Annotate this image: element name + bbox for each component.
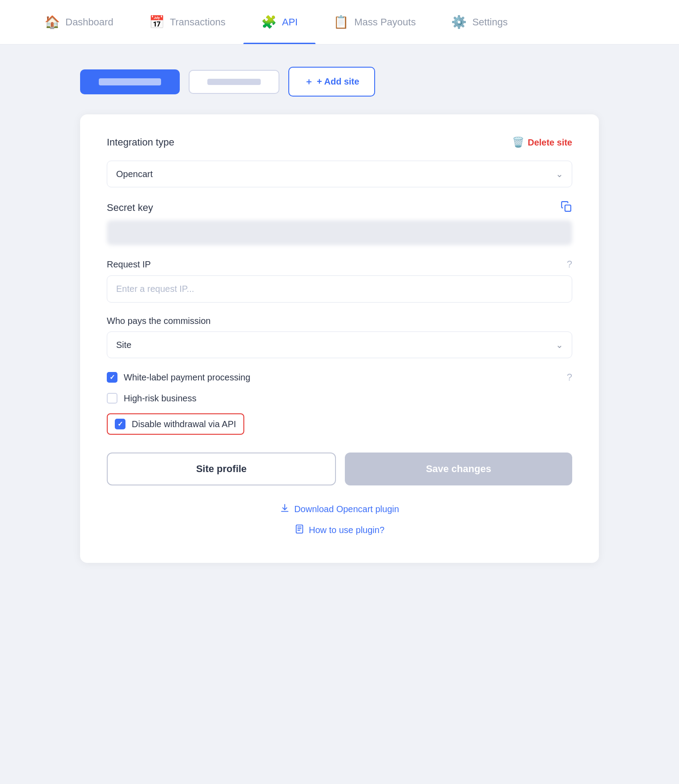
delete-site-label: Delete site [528,137,572,148]
action-buttons: Site profile Save changes [107,453,572,485]
svg-rect-0 [565,205,571,211]
nav-transactions-label: Transactions [170,16,226,28]
gear-icon: ⚙️ [451,15,467,29]
top-nav: 🏠 Dashboard 📅 Transactions 🧩 API 📋 Mass … [0,0,679,44]
site-profile-button[interactable]: Site profile [107,453,336,485]
high-risk-checkbox[interactable] [107,393,117,404]
white-label-checkbox[interactable] [107,372,117,383]
add-site-plus-icon: ＋ [304,76,313,88]
delete-site-button[interactable]: 🗑️ Delete site [512,137,572,148]
integration-type-select[interactable]: Opencart [107,161,572,187]
white-label-help-icon[interactable]: ? [567,372,572,383]
commission-title: Who pays the commission [107,316,210,326]
request-ip-label-row: Request IP ? [107,259,572,270]
main-content: ＋ + Add site Integration type 🗑️ Delete … [0,44,679,585]
trash-icon: 🗑️ [512,137,524,148]
how-to-use-label: How to use plugin? [309,525,384,535]
nav-transactions[interactable]: 📅 Transactions [131,0,243,44]
save-changes-button[interactable]: Save changes [345,453,572,485]
high-risk-label[interactable]: High-risk business [124,393,196,404]
request-ip-input[interactable] [107,275,572,303]
nav-api-label: API [282,16,298,28]
high-risk-row: High-risk business [107,393,572,404]
disable-withdrawal-highlight: Disable withdrawal via API [107,413,244,435]
secret-key-label-row: Secret key [107,201,572,215]
how-to-use-link[interactable]: How to use plugin? [295,524,384,536]
request-ip-title: Request IP [107,259,151,270]
commission-label-row: Who pays the commission [107,316,572,326]
secret-key-title: Secret key [107,202,153,214]
card-header: Integration type 🗑️ Delete site [107,137,572,148]
secret-key-field [107,220,572,245]
nav-api[interactable]: 🧩 API [243,0,315,44]
api-settings-card: Integration type 🗑️ Delete site Opencart… [80,114,599,563]
nav-mass-payouts-label: Mass Payouts [354,16,416,28]
calendar-icon: 📅 [149,15,165,29]
nav-mass-payouts[interactable]: 📋 Mass Payouts [315,0,433,44]
integration-type-title: Integration type [107,137,174,148]
download-icon [280,503,290,515]
puzzle-icon: 🧩 [261,15,277,29]
add-site-button[interactable]: ＋ + Add site [288,67,375,97]
commission-dropdown-wrapper: Site ⌄ [107,331,572,358]
site-tab-1[interactable] [80,69,180,94]
commission-select[interactable]: Site [107,331,572,358]
site-tab-2-label [207,79,261,85]
nav-dashboard-label: Dashboard [65,16,113,28]
nav-dashboard[interactable]: 🏠 Dashboard [27,0,131,44]
copy-icon[interactable] [561,201,572,215]
nav-settings-label: Settings [472,16,508,28]
home-icon: 🏠 [44,15,60,29]
disable-withdrawal-row: Disable withdrawal via API [107,413,572,435]
site-tabs: ＋ + Add site [80,67,599,97]
disable-withdrawal-label[interactable]: Disable withdrawal via API [132,419,236,429]
download-plugin-link[interactable]: Download Opencart plugin [280,503,399,515]
request-ip-help-icon[interactable]: ? [567,259,572,270]
add-site-label: + Add site [317,77,359,87]
list-icon: 📋 [333,15,349,29]
disable-withdrawal-checkbox[interactable] [115,419,125,429]
nav-settings[interactable]: ⚙️ Settings [433,0,525,44]
card-links: Download Opencart plugin How to use plug… [107,503,572,536]
integration-type-dropdown-wrapper: Opencart ⌄ [107,161,572,187]
white-label-row: White-label payment processing ? [107,372,572,383]
download-plugin-label: Download Opencart plugin [294,504,399,514]
site-tab-2[interactable] [189,70,279,94]
document-icon [295,524,304,536]
white-label-label[interactable]: White-label payment processing [124,372,251,383]
site-tab-1-label [99,78,161,85]
